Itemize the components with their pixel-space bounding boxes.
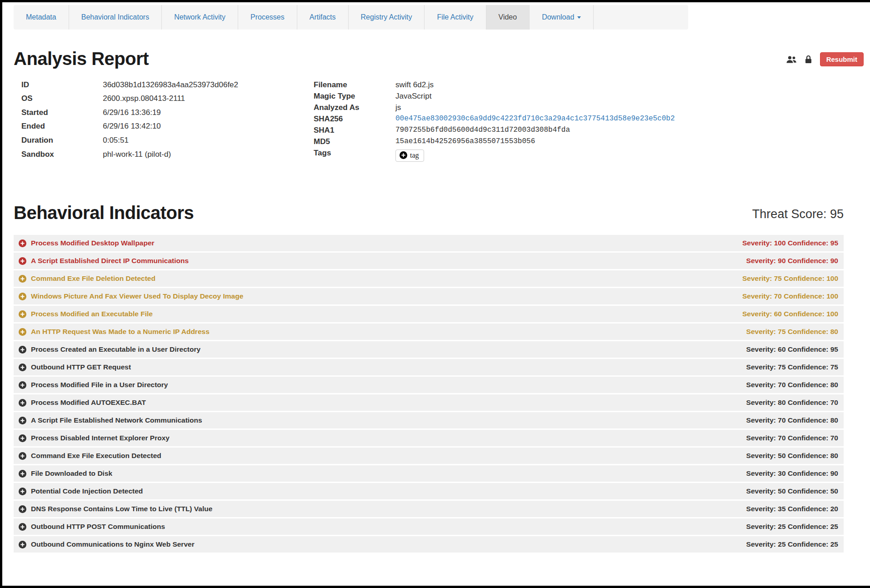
meta-row-magic-type: Magic TypeJavaScript bbox=[314, 90, 675, 102]
indicator-title: An HTTP Request Was Made to a Numeric IP… bbox=[31, 328, 210, 336]
lock-icon[interactable] bbox=[805, 55, 812, 64]
indicator-left: A Script Established Direct IP Communica… bbox=[19, 257, 189, 265]
sha256-link[interactable]: 00e475ae83002930c6a9dd9c4223fd710c3a29a4… bbox=[395, 115, 675, 123]
behavioral-indicator-row[interactable]: Command Exe File Execution DetectedSever… bbox=[14, 448, 844, 464]
expand-plus-circle-icon[interactable] bbox=[19, 328, 26, 336]
indicator-title: Potential Code Injection Detected bbox=[31, 487, 143, 495]
behavioral-indicator-row[interactable]: Process Modified an Executable FileSever… bbox=[14, 306, 844, 322]
indicator-severity-confidence: Severity: 90 Confidence: 90 bbox=[746, 257, 838, 265]
expand-plus-circle-icon[interactable] bbox=[19, 399, 26, 407]
behavioral-indicator-row[interactable]: Outbound HTTP GET RequestSeverity: 75 Co… bbox=[14, 359, 844, 375]
indicator-severity-confidence: Severity: 70 Confidence: 100 bbox=[742, 292, 838, 300]
tab-behavioral-indicators[interactable]: Behavioral Indicators bbox=[69, 5, 162, 30]
meta-label: Started bbox=[14, 107, 103, 121]
indicator-severity-confidence: Severity: 75 Confidence: 80 bbox=[746, 328, 838, 336]
meta-row-started: Started6/29/16 13:36:19 bbox=[14, 107, 314, 121]
behavioral-indicator-row[interactable]: A Script File Established Network Commun… bbox=[14, 412, 844, 429]
meta-value-id: 36d038b1d1326983a4aa253973d06fe2 bbox=[103, 79, 314, 93]
expand-plus-circle-icon[interactable] bbox=[19, 257, 26, 265]
tag-button-label: tag bbox=[410, 151, 419, 159]
expand-plus-circle-icon[interactable] bbox=[19, 505, 26, 513]
expand-plus-circle-icon[interactable] bbox=[19, 541, 26, 548]
tab-file-activity[interactable]: File Activity bbox=[425, 5, 486, 30]
add-tag-button[interactable]: tag bbox=[395, 149, 424, 162]
share-users-icon[interactable] bbox=[786, 55, 797, 64]
expand-plus-circle-icon[interactable] bbox=[19, 434, 26, 442]
meta-value-sha256: 00e475ae83002930c6a9dd9c4223fd710c3a29a4… bbox=[395, 113, 675, 125]
behavioral-indicators-title: Behavioral Indicators bbox=[14, 203, 194, 223]
indicator-title: Process Created an Executable in a User … bbox=[31, 345, 200, 354]
expand-plus-circle-icon[interactable] bbox=[19, 488, 26, 495]
indicator-left: Outbound Communications to Nginx Web Ser… bbox=[19, 540, 195, 548]
behavioral-indicator-row[interactable]: An HTTP Request Was Made to a Numeric IP… bbox=[14, 324, 844, 340]
meta-value-duration: 0:05:51 bbox=[103, 135, 314, 149]
meta-row-md5: MD515ae1614b42526956a3855071553b056 bbox=[314, 136, 675, 147]
tab-label: File Activity bbox=[437, 13, 473, 21]
meta-label: Filename bbox=[314, 79, 395, 90]
meta-value-analyzed-as: js bbox=[395, 102, 675, 113]
indicator-left: Process Modified AUTOEXEC.BAT bbox=[19, 399, 146, 407]
indicator-left: Process Modified Desktop Wallpaper bbox=[19, 239, 155, 247]
meta-label: Duration bbox=[14, 135, 103, 149]
expand-plus-circle-icon[interactable] bbox=[19, 310, 26, 318]
tab-video[interactable]: Video bbox=[486, 5, 530, 30]
indicator-severity-confidence: Severity: 70 Confidence: 80 bbox=[746, 416, 838, 424]
indicator-left: A Script File Established Network Commun… bbox=[19, 416, 202, 424]
behavioral-indicator-row[interactable]: Process Created an Executable in a User … bbox=[14, 341, 844, 358]
indicator-severity-confidence: Severity: 30 Confidence: 90 bbox=[746, 469, 838, 478]
expand-plus-circle-icon[interactable] bbox=[19, 470, 26, 478]
indicator-left: File Downloaded to Disk bbox=[19, 469, 112, 478]
expand-plus-circle-icon[interactable] bbox=[19, 523, 26, 531]
tabbar-filler bbox=[594, 5, 688, 30]
meta-value-started: 6/29/16 13:36:19 bbox=[103, 107, 314, 121]
tab-artifacts[interactable]: Artifacts bbox=[297, 5, 349, 30]
behavioral-indicator-row[interactable]: Outbound HTTP POST CommunicationsSeverit… bbox=[14, 518, 844, 535]
expand-plus-circle-icon[interactable] bbox=[19, 417, 26, 424]
behavioral-indicator-row[interactable]: A Script Established Direct IP Communica… bbox=[14, 253, 844, 269]
meta-row-analyzed-as: Analyzed Asjs bbox=[314, 102, 675, 113]
indicator-severity-confidence: Severity: 50 Confidence: 80 bbox=[746, 452, 838, 460]
indicator-title: DNS Response Contains Low Time to Live (… bbox=[31, 505, 212, 513]
indicator-severity-confidence: Severity: 35 Confidence: 20 bbox=[746, 505, 838, 513]
behavioral-indicator-row[interactable]: Process Disabled Internet Explorer Proxy… bbox=[14, 430, 844, 446]
indicator-title: Outbound Communications to Nginx Web Ser… bbox=[31, 540, 195, 548]
expand-plus-circle-icon[interactable] bbox=[19, 364, 26, 371]
behavioral-indicator-row[interactable]: Command Exe File Deletion DetectedSeveri… bbox=[14, 270, 844, 287]
behavioral-indicator-row[interactable]: Process Modified File in a User Director… bbox=[14, 377, 844, 393]
threat-score-label: Threat Score: bbox=[752, 207, 827, 221]
indicator-left: Process Created an Executable in a User … bbox=[19, 345, 200, 354]
indicator-left: Command Exe File Execution Detected bbox=[19, 452, 161, 460]
behavioral-indicator-row[interactable]: Windows Picture And Fax Viewer Used To D… bbox=[14, 288, 844, 304]
metadata-column-right: Filenameswift 6d2.jsMagic TypeJavaScript… bbox=[314, 79, 675, 163]
behavioral-indicator-row[interactable]: Potential Code Injection DetectedSeverit… bbox=[14, 483, 844, 499]
behavioral-indicator-row[interactable]: Process Modified AUTOEXEC.BATSeverity: 8… bbox=[14, 394, 844, 411]
analysis-report-page: MetadataBehavioral IndicatorsNetwork Act… bbox=[0, 0, 870, 588]
meta-row-sha256: SHA25600e475ae83002930c6a9dd9c4223fd710c… bbox=[314, 113, 675, 125]
indicator-severity-confidence: Severity: 75 Confidence: 100 bbox=[742, 274, 838, 283]
behavioral-indicator-row[interactable]: Outbound Communications to Nginx Web Ser… bbox=[14, 536, 844, 553]
tab-processes[interactable]: Processes bbox=[238, 5, 297, 30]
expand-plus-circle-icon[interactable] bbox=[19, 381, 26, 389]
meta-value-md5: 15ae1614b42526956a3855071553b056 bbox=[395, 136, 675, 147]
expand-plus-circle-icon[interactable] bbox=[19, 275, 26, 283]
indicator-left: Windows Picture And Fax Viewer Used To D… bbox=[19, 292, 243, 300]
indicator-severity-confidence: Severity: 25 Confidence: 25 bbox=[746, 523, 838, 531]
expand-plus-circle-icon[interactable] bbox=[19, 346, 26, 354]
behavioral-indicator-row[interactable]: Process Modified Desktop WallpaperSeveri… bbox=[14, 235, 844, 251]
expand-plus-circle-icon[interactable] bbox=[19, 293, 26, 300]
indicator-left: Process Disabled Internet Explorer Proxy bbox=[19, 434, 170, 442]
indicator-left: Command Exe File Deletion Detected bbox=[19, 274, 155, 283]
meta-label: Magic Type bbox=[314, 90, 395, 102]
tab-network-activity[interactable]: Network Activity bbox=[162, 5, 238, 30]
tab-metadata[interactable]: Metadata bbox=[14, 5, 69, 30]
resubmit-button[interactable]: Resubmit bbox=[820, 52, 864, 66]
tab-label: Processes bbox=[250, 13, 285, 21]
meta-row-ended: Ended6/29/16 13:42:10 bbox=[14, 121, 314, 135]
behavioral-indicator-row[interactable]: File Downloaded to DiskSeverity: 30 Conf… bbox=[14, 465, 844, 482]
behavioral-indicator-row[interactable]: DNS Response Contains Low Time to Live (… bbox=[14, 501, 844, 517]
tab-registry-activity[interactable]: Registry Activity bbox=[349, 5, 425, 30]
expand-plus-circle-icon[interactable] bbox=[19, 452, 26, 460]
tab-download[interactable]: Download bbox=[530, 5, 594, 30]
meta-row-id: ID36d038b1d1326983a4aa253973d06fe2 bbox=[14, 79, 314, 93]
expand-plus-circle-icon[interactable] bbox=[19, 239, 26, 247]
